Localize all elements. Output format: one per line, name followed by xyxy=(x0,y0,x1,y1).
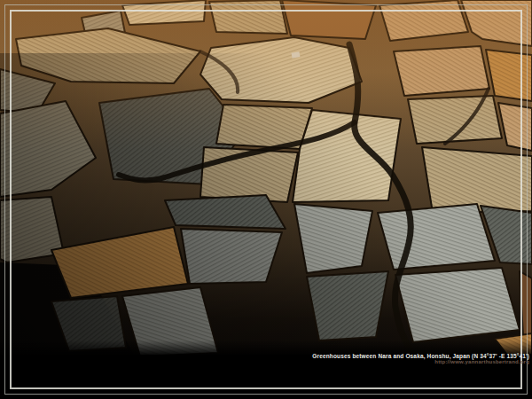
caption-title: Greenhouses between Nara and Osaka, Hons… xyxy=(312,353,529,359)
photo-caption: Greenhouses between Nara and Osaka, Hons… xyxy=(312,353,529,365)
caption-url: http://www.yannarthusbertrand.org xyxy=(312,359,529,365)
wallpaper: Greenhouses between Nara and Osaka, Hons… xyxy=(0,0,532,399)
aerial-greenhouses-photo xyxy=(0,0,532,399)
